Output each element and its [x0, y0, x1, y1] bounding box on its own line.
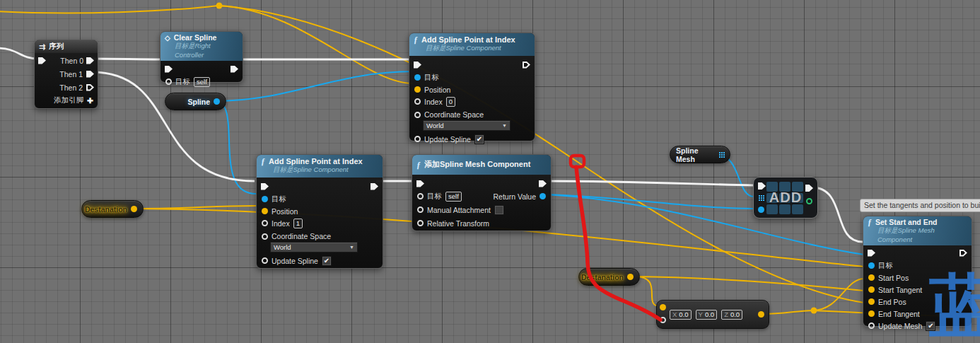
wire-exec-add-setstartend [812, 187, 863, 242]
blueprint-graph-canvas[interactable]: ⇉ 序列 Then 0 Then 1 Then 2 添加引脚 ✚ ◇ [0, 0, 980, 343]
exec-in-pin[interactable] [261, 183, 269, 190]
coordinate-space-value: World [274, 243, 291, 251]
node-variable-spline-mesh[interactable]: Spline Mesh [670, 146, 730, 163]
node-subtitle: 目标是Spline Component [273, 165, 377, 175]
target-value-box[interactable]: self [194, 77, 210, 87]
node-add-spline-point-top[interactable]: ƒ Add Spline Point at Index 目标是Spline Co… [409, 33, 535, 141]
exec-in-pin[interactable] [165, 66, 173, 73]
update-spline-pin[interactable] [414, 136, 421, 142]
z-label: Z [724, 310, 728, 318]
index-pin[interactable] [262, 220, 268, 226]
index-output-pin[interactable] [806, 198, 812, 204]
node-add-spline-mesh-component[interactable]: ƒ 添加Spline Mesh Component 目标 self Return… [412, 154, 552, 231]
index-label: Index [424, 98, 443, 106]
item-input-pin[interactable] [758, 207, 764, 213]
then0-label: Then 0 [60, 57, 83, 65]
z-value-box[interactable]: Z0.0 [721, 310, 742, 320]
array-grid-pin[interactable] [719, 152, 725, 158]
target-pin[interactable] [262, 196, 268, 202]
target-pin[interactable] [165, 79, 172, 85]
node-subtitle: 目标是Spline Component [426, 44, 529, 53]
exec-in-pin[interactable] [758, 182, 766, 190]
then0-exec-out-pin[interactable] [86, 57, 94, 64]
array-input-pin[interactable] [759, 195, 764, 201]
update-mesh-pin[interactable] [868, 322, 875, 329]
wire-exec-then0-clear [92, 59, 161, 59]
destanation-output-pin[interactable] [131, 206, 137, 212]
return-value-pin[interactable] [539, 193, 546, 199]
update-spline-checkbox[interactable]: ✔ [474, 134, 484, 144]
target-pin[interactable] [868, 262, 875, 269]
exec-in-pin[interactable] [868, 250, 875, 257]
y-value-box[interactable]: Y0.0 [696, 310, 718, 320]
exec-out-pin[interactable] [523, 62, 530, 69]
target-value-box[interactable]: self [445, 192, 462, 202]
position-pin[interactable] [414, 86, 421, 93]
wire-exec-left-to-sequence [0, 48, 38, 59]
node-clear-spline[interactable]: ◇ Clear Spline 目标是Right Controller 目标 se… [160, 31, 243, 83]
exec-in-pin[interactable] [38, 57, 46, 64]
node-array-add[interactable]: ADD [753, 177, 818, 219]
end-pos-pin[interactable] [868, 298, 875, 305]
y-label: Y [699, 310, 703, 318]
node-variable-spline[interactable]: Spline [165, 93, 226, 110]
reroute-node-top[interactable] [216, 3, 223, 9]
then1-exec-out-pin[interactable] [86, 71, 94, 78]
destanation-output-pin[interactable] [627, 274, 634, 280]
node-variable-destanation-1[interactable]: Destanation [81, 200, 144, 218]
position-label: Position [424, 86, 450, 94]
relative-transform-pin[interactable] [417, 220, 424, 226]
start-pos-pin[interactable] [868, 274, 875, 281]
x-value-box[interactable]: X0.0 [670, 310, 692, 320]
variable-label: Spline Mesh [676, 146, 716, 163]
manual-attachment-label: Manual Attachment [427, 206, 491, 214]
y-value: 0.0 [705, 310, 714, 318]
update-spline-pin[interactable] [262, 257, 268, 264]
position-pin[interactable] [262, 208, 268, 214]
spline-output-pin[interactable] [214, 98, 220, 105]
relative-transform-label: Relative Transform [427, 219, 489, 228]
sequence-icon: ⇉ [39, 42, 45, 52]
coordinate-space-pin[interactable] [414, 112, 421, 118]
update-spline-checkbox[interactable]: ✔ [322, 256, 332, 266]
then2-exec-out-pin[interactable] [86, 84, 94, 91]
exec-out-pin[interactable] [231, 66, 238, 73]
index-pin[interactable] [414, 98, 421, 105]
reroute-node-bottom[interactable] [811, 308, 817, 314]
manual-attachment-pin[interactable] [417, 207, 424, 213]
z-value: 0.0 [730, 310, 740, 318]
start-tangent-pin[interactable] [868, 286, 875, 293]
target-pin[interactable] [417, 193, 424, 199]
vector-output-pin[interactable] [758, 311, 764, 318]
exec-out-pin[interactable] [539, 180, 547, 187]
function-icon: ƒ [261, 158, 265, 165]
node-variable-destanation-2[interactable]: Destanation [578, 268, 640, 286]
vector-input-a-pin[interactable] [660, 304, 666, 310]
exec-out-pin[interactable] [371, 183, 378, 190]
node-title: 序列 [49, 42, 64, 52]
index-value-box[interactable]: 0 [446, 97, 455, 107]
add-pin-plus-icon[interactable]: ✚ [87, 96, 93, 105]
exec-in-pin[interactable] [416, 180, 424, 187]
node-vector-inputs[interactable]: X0.0 Y0.0 Z0.0 [656, 300, 769, 329]
node-add-spline-point-mid[interactable]: ƒ Add Spline Point at Index 目标是Spline Co… [256, 154, 383, 269]
exec-in-pin[interactable] [414, 62, 421, 69]
add-pin-label[interactable]: 添加引脚 [54, 95, 83, 105]
exec-out-pin[interactable] [959, 250, 967, 257]
diamond-icon: ◇ [165, 34, 170, 42]
target-label: 目标 [272, 194, 286, 204]
wire-yellow-left-to-reroute [0, 6, 218, 13]
target-pin[interactable] [414, 74, 421, 81]
vector-input-b-pin[interactable] [660, 317, 666, 323]
coordinate-space-dropdown[interactable]: World ▼ [270, 242, 358, 252]
manual-attachment-checkbox[interactable] [494, 205, 504, 215]
end-tangent-pin[interactable] [868, 310, 875, 317]
target-label: 目标 [427, 192, 442, 202]
coordinate-space-pin[interactable] [262, 233, 268, 240]
coordinate-space-dropdown[interactable]: World ▼ [423, 120, 511, 131]
index-value-box[interactable]: 1 [293, 219, 303, 228]
node-sequence[interactable]: ⇉ 序列 Then 0 Then 1 Then 2 添加引脚 ✚ [34, 40, 98, 109]
chevron-down-icon: ▼ [502, 123, 507, 128]
node-title: Set Start and End [875, 218, 938, 226]
node-title: Clear Spline [174, 33, 217, 42]
